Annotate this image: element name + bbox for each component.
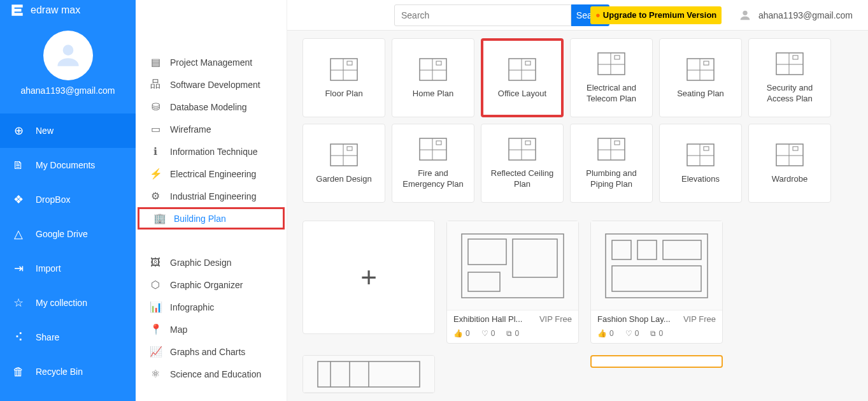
documents-icon: 🗎 bbox=[11, 159, 25, 172]
svg-rect-51 bbox=[468, 239, 506, 265]
templates-row: + Exhibition Hall Pl...VIP Free 👍0 ♡0 ⧉0 bbox=[302, 221, 853, 344]
nav-label: My Documents bbox=[36, 160, 95, 170]
category-label: Information Technique bbox=[170, 147, 258, 157]
plan-card[interactable]: Fire and Emergency Plan bbox=[392, 124, 474, 203]
svg-rect-25 bbox=[793, 55, 798, 59]
tpl-tag: VIP Free bbox=[683, 314, 716, 324]
nav-blue: ⊕New 🗎My Documents ❖DropBox △Google Driv… bbox=[0, 113, 136, 389]
preview bbox=[303, 356, 434, 393]
plan-card[interactable]: Wardrobe bbox=[748, 124, 831, 203]
category-label: Graphs and Charts bbox=[170, 347, 245, 357]
tpl-card[interactable]: Exhibition Hall Pl...VIP Free 👍0 ♡0 ⧉0 bbox=[446, 221, 579, 344]
category-row-charts[interactable]: 📈Graphs and Charts bbox=[136, 340, 287, 363]
avatar[interactable] bbox=[43, 31, 93, 80]
nav-gdrive[interactable]: △Google Drive bbox=[0, 217, 136, 251]
plan-card[interactable]: Office Layout bbox=[481, 38, 564, 117]
nav-recycle[interactable]: 🗑Recycle Bin bbox=[0, 354, 136, 389]
heart-icon: ♡ bbox=[481, 329, 488, 338]
tpl-spacer bbox=[446, 355, 579, 368]
search-input[interactable] bbox=[394, 4, 571, 26]
category-row-building[interactable]: 🏢Building Plan bbox=[138, 207, 285, 230]
plan-card[interactable]: Electrical and Telecom Plan bbox=[570, 38, 653, 117]
svg-rect-9 bbox=[436, 61, 441, 65]
plan-icon bbox=[507, 136, 537, 162]
ind-icon: ⚙ bbox=[150, 190, 161, 202]
svg-rect-55 bbox=[612, 240, 631, 259]
upgrade-banner[interactable]: ●Upgrade to Premium Version bbox=[590, 6, 722, 24]
nav-dropbox[interactable]: ❖DropBox bbox=[0, 182, 136, 217]
category-row-project[interactable]: ▤Project Management bbox=[136, 51, 287, 73]
plan-icon bbox=[596, 136, 627, 162]
svg-rect-26 bbox=[331, 144, 357, 166]
trash-icon: 🗑 bbox=[11, 365, 25, 379]
user-top[interactable]: ahana1193@gmail.com bbox=[738, 8, 853, 22]
software-icon: 品 bbox=[150, 78, 161, 91]
plan-card[interactable]: Plumbing and Piping Plan bbox=[570, 124, 653, 203]
plan-card[interactable]: Security and Access Plan bbox=[748, 38, 831, 117]
category-label: Infographic bbox=[170, 302, 214, 312]
nav-import[interactable]: ⇥Import bbox=[0, 251, 136, 286]
plan-card[interactable]: Elevations bbox=[659, 124, 742, 203]
tpl-card[interactable]: Fashion Shop Lay...VIP Free 👍0 ♡0 ⧉0 bbox=[590, 221, 723, 344]
category-row-ind[interactable]: ⚙Industrial Engineering bbox=[136, 185, 287, 207]
category-label: Wireframe bbox=[170, 124, 211, 135]
plan-card[interactable]: Garden Design bbox=[302, 124, 385, 203]
category-row-org[interactable]: ⬡Graphic Organizer bbox=[136, 273, 287, 296]
svg-rect-30 bbox=[420, 138, 446, 160]
plan-label: Floor Plan bbox=[325, 89, 362, 99]
main: Search ●Upgrade to Premium Version ahana… bbox=[287, 0, 868, 401]
likes-stat: 👍0 bbox=[453, 329, 470, 338]
favs-stat: ♡0 bbox=[481, 329, 495, 338]
graphic-icon: 🖼 bbox=[150, 257, 161, 268]
category-row-elec[interactable]: ⚡Electrical Engineering bbox=[136, 163, 287, 185]
plan-card[interactable]: Seating Plan bbox=[659, 38, 742, 117]
plan-label: Wardrobe bbox=[772, 174, 808, 185]
upgrade-text: Upgrade to Premium Version bbox=[603, 10, 716, 20]
plan-card[interactable]: Reflected Ceiling Plan bbox=[481, 124, 564, 203]
topbar: Search ●Upgrade to Premium Version ahana… bbox=[287, 0, 868, 31]
plan-label: Elevations bbox=[681, 174, 720, 185]
plan-label: Security and Access Plan bbox=[753, 83, 827, 105]
svg-rect-37 bbox=[525, 141, 530, 145]
plan-icon bbox=[685, 57, 716, 82]
category-label: Industrial Engineering bbox=[170, 191, 256, 201]
sidebar-left: edraw max ahana1193@gmail.com ⊕New 🗎My D… bbox=[0, 0, 136, 401]
tpl-title: Fashion Shop Lay... bbox=[597, 314, 671, 324]
nav-share[interactable]: ⠪Share bbox=[0, 320, 136, 354]
plan-card[interactable]: Floor Plan bbox=[302, 38, 385, 117]
tpl-card-partial[interactable] bbox=[302, 355, 435, 393]
wireframe-icon: ▭ bbox=[150, 123, 161, 135]
category-row-software[interactable]: 品Software Development bbox=[136, 73, 287, 96]
org-icon: ⬡ bbox=[150, 279, 161, 291]
info-icon: ℹ bbox=[150, 145, 161, 157]
copy-icon: ⧉ bbox=[650, 329, 656, 338]
plan-icon bbox=[685, 142, 716, 168]
plan-icon bbox=[596, 51, 627, 77]
category-row-info[interactable]: ℹInformation Technique bbox=[136, 140, 287, 163]
svg-rect-52 bbox=[513, 239, 557, 277]
category-row-map[interactable]: 📍Map bbox=[136, 318, 287, 340]
nav-label: DropBox bbox=[36, 194, 70, 205]
nav-collection[interactable]: ☆My collection bbox=[0, 286, 136, 320]
category-row-wireframe[interactable]: ▭Wireframe bbox=[136, 118, 287, 140]
category-row-db[interactable]: ⛁Database Modeling bbox=[136, 96, 287, 118]
svg-rect-57 bbox=[663, 240, 701, 259]
plan-label: Electrical and Telecom Plan bbox=[574, 83, 648, 105]
category-row-graphic[interactable]: 🖼Graphic Design bbox=[136, 251, 287, 273]
tpl-blank[interactable]: + bbox=[302, 221, 435, 334]
category-row-science[interactable]: ⚛Science and Education bbox=[136, 363, 287, 385]
nav-new[interactable]: ⊕New bbox=[0, 113, 136, 148]
user-block: ahana1193@gmail.com bbox=[0, 20, 136, 101]
svg-point-1 bbox=[743, 10, 747, 15]
favs-stat: ♡0 bbox=[625, 329, 639, 338]
plan-label: Fire and Emergency Plan bbox=[396, 168, 470, 190]
plan-card[interactable]: Home Plan bbox=[392, 38, 474, 117]
category-row-infog[interactable]: 📊Infographic bbox=[136, 296, 287, 318]
tpl-card-partial-evacuation[interactable] bbox=[590, 355, 723, 368]
svg-rect-18 bbox=[687, 59, 714, 80]
copy-icon: ⧉ bbox=[506, 329, 512, 338]
category-label: Building Plan bbox=[174, 214, 226, 224]
elec-icon: ⚡ bbox=[150, 168, 161, 180]
nav-documents[interactable]: 🗎My Documents bbox=[0, 148, 136, 182]
svg-rect-13 bbox=[525, 61, 530, 65]
